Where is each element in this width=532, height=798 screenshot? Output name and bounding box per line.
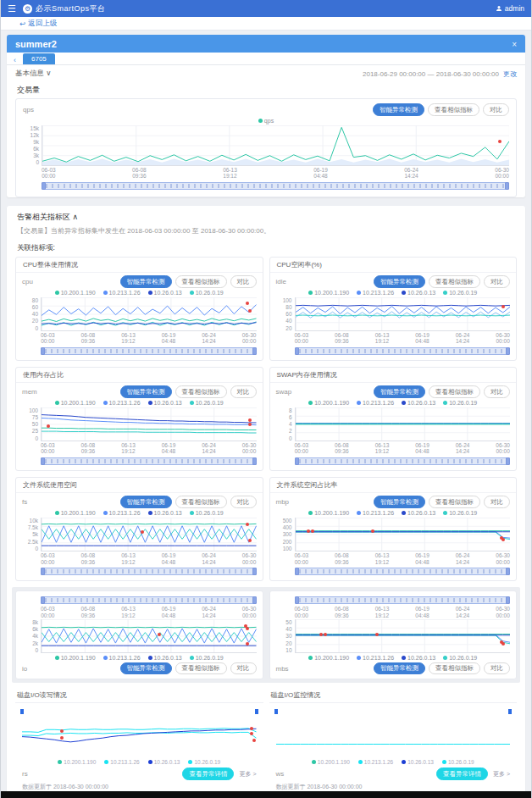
legend-item[interactable]: 10.26.0.19 (190, 400, 224, 406)
datazoom-handle-right[interactable] (252, 457, 257, 465)
legend-item[interactable]: 10.26.0.19 (190, 290, 224, 296)
legend-item[interactable]: 10.26.0.13 (148, 510, 182, 516)
change-date-link[interactable]: 更改 (503, 69, 517, 79)
datazoom-slider[interactable] (41, 568, 257, 575)
anomaly-detect-button[interactable]: 智能异常检测 (120, 496, 172, 508)
legend-item[interactable]: 10.213.1.26 (357, 290, 394, 296)
legend-item[interactable]: qps (258, 118, 274, 124)
legend-item[interactable]: 10.200.1.190 (308, 290, 349, 296)
anomaly-detect-button[interactable]: 智能异常检测 (120, 275, 172, 288)
datazoom-handle-right[interactable] (252, 596, 257, 604)
datazoom-handle-right[interactable] (506, 568, 510, 575)
legend-item[interactable]: 10.200.1.190 (58, 759, 96, 765)
chevron-left-icon[interactable]: ‹ (14, 56, 16, 64)
legend-item[interactable]: 10.213.1.26 (103, 400, 141, 406)
legend-item[interactable]: 10.213.1.26 (103, 290, 141, 296)
datazoom-handle-right[interactable] (506, 347, 510, 355)
user-menu[interactable]: admin (496, 4, 524, 13)
datazoom-handle-left[interactable] (295, 596, 299, 604)
compare-button[interactable]: 对比 (230, 496, 257, 508)
datazoom-slider[interactable] (41, 347, 257, 355)
legend-item[interactable]: 10.213.1.26 (358, 759, 393, 765)
legend-item[interactable]: 10.26.0.13 (148, 400, 182, 406)
legend-item[interactable]: 10.26.0.13 (148, 290, 182, 296)
datazoom-handle-left[interactable] (41, 457, 45, 465)
alarm-section-title[interactable]: 告警相关指标区 ∧ (17, 212, 515, 223)
similar-metric-button[interactable]: 查看相似指标 (429, 496, 480, 508)
anomaly-detect-button[interactable]: 智能异常检测 (120, 662, 172, 675)
compare-button[interactable]: 对比 (230, 385, 257, 398)
legend-item[interactable]: 10.200.1.190 (312, 759, 350, 765)
datazoom-slider[interactable] (295, 568, 511, 575)
legend-item[interactable]: 10.26.0.19 (443, 290, 477, 296)
similar-metric-button[interactable]: 查看相似指标 (175, 275, 227, 288)
similar-metric-button[interactable]: 查看相似指标 (175, 496, 227, 508)
legend-item[interactable]: 10.26.0.13 (402, 290, 435, 296)
datazoom-handle-left[interactable] (41, 596, 45, 604)
compare-button[interactable]: 对比 (483, 103, 509, 116)
back-link[interactable]: ↩ 返回上级 (19, 19, 57, 29)
legend-item[interactable]: 10.200.1.190 (55, 290, 96, 296)
datazoom-handle-left[interactable] (295, 347, 299, 355)
legend-item[interactable]: 10.213.1.26 (357, 510, 394, 516)
datazoom-handle-right[interactable] (505, 182, 509, 190)
datazoom-handle-left[interactable] (295, 568, 299, 575)
legend-item[interactable]: 10.26.0.19 (442, 759, 474, 765)
legend-item[interactable]: 10.26.0.19 (443, 510, 477, 516)
legend-item[interactable]: 10.200.1.190 (308, 510, 349, 516)
legend-item[interactable]: 10.213.1.26 (103, 655, 141, 661)
legend-item[interactable]: 10.213.1.26 (103, 510, 141, 516)
compare-button[interactable]: 对比 (484, 662, 510, 675)
datazoom-handle-right[interactable] (506, 457, 510, 465)
tab-port[interactable]: 6705 (23, 53, 55, 64)
compare-button[interactable]: 对比 (484, 275, 510, 288)
legend-item[interactable]: 10.26.0.13 (402, 759, 434, 765)
similar-metric-button[interactable]: 查看相似指标 (175, 662, 227, 675)
anomaly-detail-button[interactable]: 查看异常详情 (182, 768, 234, 780)
anomaly-detect-button[interactable]: 智能异常检测 (374, 662, 425, 675)
legend-item[interactable]: 10.26.0.19 (443, 655, 477, 661)
basic-info-toggle[interactable]: 基本信息 ∨ (15, 69, 52, 79)
datazoom-slider[interactable] (295, 347, 511, 355)
anomaly-detect-button[interactable]: 智能异常检测 (374, 496, 425, 508)
similar-metric-button[interactable]: 查看相似指标 (429, 662, 480, 675)
compare-button[interactable]: 对比 (484, 385, 510, 398)
legend-item[interactable]: 10.200.1.190 (55, 655, 96, 661)
datazoom-handle-left[interactable] (41, 568, 45, 575)
legend-item[interactable]: 10.200.1.190 (55, 400, 96, 406)
datazoom-handle-left[interactable] (41, 347, 45, 355)
legend-item[interactable]: 10.26.0.19 (188, 759, 220, 765)
close-icon[interactable]: × (512, 40, 517, 49)
similar-metric-button[interactable]: 查看相似指标 (428, 103, 479, 116)
datazoom-handle-left[interactable] (42, 182, 46, 190)
datazoom-slider[interactable] (42, 182, 509, 190)
datazoom-slider[interactable] (295, 457, 511, 465)
legend-item[interactable]: 10.200.1.190 (308, 655, 349, 661)
datazoom-slider[interactable] (41, 457, 257, 465)
hamburger-icon[interactable]: ☰ (8, 3, 23, 14)
similar-metric-button[interactable]: 查看相似指标 (175, 385, 227, 398)
datazoom-handle-right[interactable] (252, 347, 257, 355)
legend-item[interactable]: 10.26.0.13 (402, 400, 435, 406)
datazoom-handle-right[interactable] (506, 596, 510, 604)
legend-item[interactable]: 10.26.0.19 (190, 510, 224, 516)
legend-item[interactable]: 10.26.0.13 (148, 655, 182, 661)
datazoom-slider[interactable] (295, 596, 511, 604)
legend-item[interactable]: 10.213.1.26 (357, 655, 394, 661)
more-link[interactable]: 更多 > (239, 770, 256, 779)
similar-metric-button[interactable]: 查看相似指标 (429, 385, 480, 398)
anomaly-detect-button[interactable]: 智能异常检测 (374, 385, 425, 398)
more-link[interactable]: 更多 > (493, 770, 510, 779)
legend-item[interactable]: 10.26.0.13 (402, 655, 435, 661)
anomaly-detect-button[interactable]: 智能异常检测 (373, 103, 424, 116)
legend-item[interactable]: 10.200.1.190 (55, 510, 96, 516)
compare-button[interactable]: 对比 (484, 496, 510, 508)
similar-metric-button[interactable]: 查看相似指标 (429, 275, 480, 288)
legend-item[interactable]: 10.26.0.19 (190, 655, 224, 661)
compare-button[interactable]: 对比 (230, 662, 257, 675)
legend-item[interactable]: 10.26.0.13 (148, 759, 180, 765)
datazoom-handle-right[interactable] (252, 568, 257, 575)
compare-button[interactable]: 对比 (230, 275, 257, 288)
datazoom-handle-left[interactable] (295, 457, 299, 465)
anomaly-detect-button[interactable]: 智能异常检测 (374, 275, 425, 288)
